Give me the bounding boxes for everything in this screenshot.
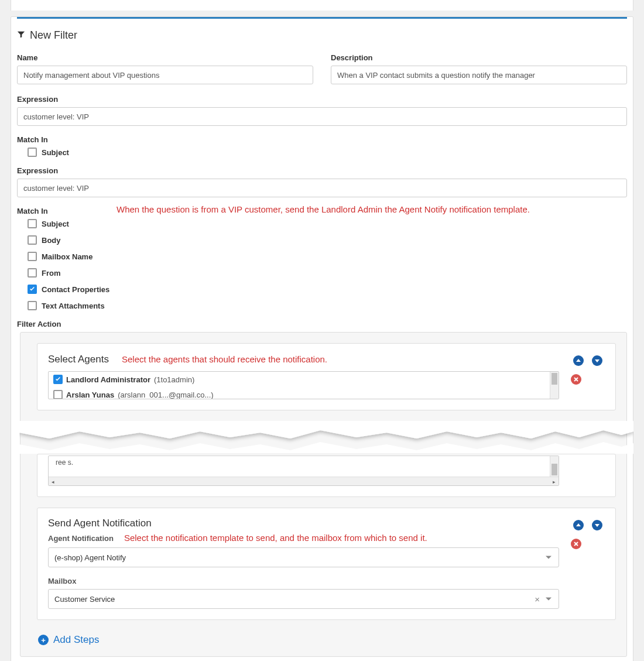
agents-scrollbar-vertical[interactable] bbox=[550, 372, 559, 399]
match-in-2-mailbox-label: Mailbox Name bbox=[42, 252, 93, 261]
description-label: Description bbox=[331, 53, 627, 62]
agents-scrollbar-vertical-2[interactable] bbox=[550, 456, 559, 477]
mailbox-dropdown[interactable]: Customer Service × bbox=[48, 589, 559, 609]
agent-0-name: Landlord Administrator bbox=[66, 375, 150, 384]
agents-listbox-continued[interactable]: ree s. ◂ ▸ bbox=[48, 455, 559, 486]
send-notification-panel: Send Agent Notification Agent Notificati… bbox=[37, 508, 616, 620]
agent-1-checkbox[interactable] bbox=[53, 390, 63, 399]
scrollbar-thumb[interactable] bbox=[551, 373, 557, 385]
move-down-button[interactable] bbox=[592, 520, 602, 530]
match-in-2-text-attach-checkbox[interactable] bbox=[28, 301, 37, 310]
match-in-2-subject-label: Subject bbox=[42, 220, 69, 228]
agent-notification-dropdown[interactable]: (e-shop) Agent Notify bbox=[48, 547, 559, 567]
expression-2-label: Expression bbox=[17, 166, 627, 175]
list-item: Arslan Yunas (arslann_001...@gmail.co...… bbox=[49, 387, 559, 399]
clear-icon[interactable]: × bbox=[535, 594, 540, 604]
move-up-button[interactable] bbox=[573, 355, 584, 366]
filter-action-label: Filter Action bbox=[17, 320, 627, 328]
agent-1-name: Arslan Yunas bbox=[66, 391, 114, 399]
select-agents-title: Select Agents bbox=[48, 354, 109, 365]
agents-scrollbar-horizontal[interactable]: ◂ ▸ bbox=[49, 477, 559, 485]
mailbox-value: Customer Service bbox=[54, 595, 115, 604]
expression-2-input[interactable] bbox=[17, 179, 627, 197]
mailbox-label: Mailbox bbox=[48, 577, 559, 585]
move-up-button[interactable] bbox=[573, 520, 584, 530]
send-notification-title: Send Agent Notification bbox=[48, 518, 152, 529]
filter-form-container: New Filter Name Description Expression M… bbox=[11, 16, 633, 661]
agents-listbox[interactable]: Landlord Administrator (1to1admin) Arsla… bbox=[48, 371, 559, 399]
match-in-2-contact-props-label: Contact Properties bbox=[42, 285, 109, 294]
description-input[interactable] bbox=[331, 66, 627, 84]
move-down-button[interactable] bbox=[592, 355, 602, 366]
agent-notification-label: Agent Notification bbox=[48, 534, 114, 543]
annotation-main: When the question is from a VIP customer… bbox=[117, 203, 530, 215]
match-in-2-text-attach-label: Text Attachments bbox=[42, 302, 105, 310]
scrollbar-thumb[interactable] bbox=[551, 464, 557, 475]
plus-icon: + bbox=[38, 635, 49, 645]
top-spacer bbox=[11, 0, 633, 11]
match-in-2-contact-props-checkbox[interactable] bbox=[28, 285, 37, 294]
remove-button[interactable] bbox=[571, 374, 581, 385]
form-header: New Filter bbox=[17, 29, 627, 42]
form-title: New Filter bbox=[30, 29, 77, 42]
match-in-1-subject-checkbox[interactable] bbox=[28, 148, 37, 157]
agent-0-checkbox[interactable] bbox=[53, 375, 63, 384]
fragment-row: ree s. bbox=[49, 456, 559, 469]
agents-panel-continued: ree s. ◂ ▸ bbox=[37, 454, 616, 497]
match-in-2-from-label: From bbox=[42, 269, 61, 278]
agent-0-paren: (1to1admin) bbox=[154, 375, 194, 384]
torn-paper-break bbox=[19, 421, 633, 454]
annotation-send-notification: Select the notification template to send… bbox=[124, 532, 427, 544]
add-steps-label: Add Steps bbox=[53, 634, 99, 646]
scroll-right-icon[interactable]: ▸ bbox=[550, 477, 559, 486]
name-label: Name bbox=[17, 53, 313, 62]
expression-1-label: Expression bbox=[17, 95, 627, 104]
list-item: Landlord Administrator (1to1admin) bbox=[49, 372, 559, 387]
name-input[interactable] bbox=[17, 66, 313, 84]
match-in-1-label: Match In bbox=[17, 135, 627, 144]
match-in-2-body-label: Body bbox=[42, 236, 61, 245]
agent-notification-value: (e-shop) Agent Notify bbox=[54, 553, 126, 562]
annotation-select-agents: Select the agents that should receive th… bbox=[122, 353, 327, 365]
remove-button[interactable] bbox=[571, 539, 581, 549]
filter-icon bbox=[17, 30, 25, 40]
match-in-2-body-checkbox[interactable] bbox=[28, 235, 37, 245]
top-rule bbox=[17, 17, 627, 19]
select-agents-panel: Select Agents Select the agents that sho… bbox=[37, 343, 616, 410]
match-in-1-subject-label: Subject bbox=[42, 148, 69, 157]
match-in-2-subject-checkbox[interactable] bbox=[28, 219, 37, 228]
match-in-2-mailbox-checkbox[interactable] bbox=[28, 252, 37, 261]
expression-1-input[interactable] bbox=[17, 107, 627, 126]
chevron-down-icon bbox=[546, 556, 551, 559]
filter-action-container: Select Agents Select the agents that sho… bbox=[20, 332, 627, 657]
agent-1-paren: (arslann_001...@gmail.co...) bbox=[118, 391, 214, 399]
scroll-left-icon[interactable]: ◂ bbox=[49, 477, 57, 486]
match-in-2-from-checkbox[interactable] bbox=[28, 268, 37, 278]
add-steps-button[interactable]: + Add Steps bbox=[38, 634, 99, 646]
chevron-down-icon bbox=[546, 598, 551, 601]
